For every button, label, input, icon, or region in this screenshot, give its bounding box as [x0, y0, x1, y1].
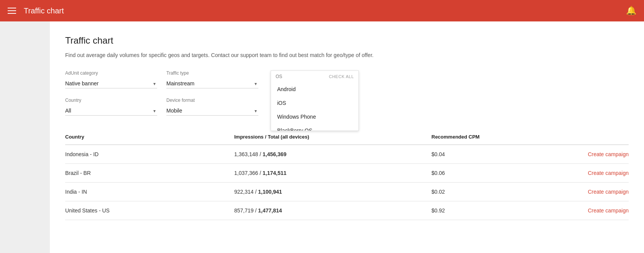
page-title: Traffic chart	[65, 35, 629, 46]
cell-country: India - IN	[65, 183, 234, 201]
country-select-wrapper: All Indonesia - ID Brazil - BR India - I…	[65, 106, 157, 116]
traffic-type-field: Traffic type Mainstream Adult	[166, 70, 258, 88]
device-format-field: Device format Mobile Desktop Tablet	[166, 98, 258, 116]
traffic-type-select-wrapper: Mainstream Adult	[166, 79, 258, 88]
traffic-type-select[interactable]: Mainstream Adult	[166, 79, 258, 88]
cell-impressions: 1,363,148 / 1,456,369	[234, 145, 432, 164]
os-check-all[interactable]: CHECK ALL	[329, 74, 354, 79]
col-header-country: Country	[65, 131, 234, 145]
adunit-category-field: AdUnit category Native banner Banner Int…	[65, 70, 157, 88]
os-item-android[interactable]: Android	[271, 82, 358, 96]
country-label: Country	[65, 98, 157, 103]
table-row: United States - US 857,719 / 1,477,814 $…	[65, 201, 629, 220]
cell-action: Create campaign	[544, 145, 629, 164]
os-label: OS	[276, 74, 282, 79]
table-row: Indonesia - ID 1,363,148 / 1,456,369 $0.…	[65, 145, 629, 164]
device-format-label: Device format	[166, 98, 258, 103]
table-row: India - IN 922,314 / 1,100,941 $0.02 Cre…	[65, 183, 629, 201]
os-panel: OS CHECK ALL Android iOS Windows Phone B…	[271, 70, 359, 131]
adunit-category-select-wrapper: Native banner Banner Interstitial Video	[65, 79, 157, 88]
cell-impressions: 1,037,366 / 1,174,511	[234, 164, 432, 183]
create-campaign-link[interactable]: Create campaign	[588, 170, 629, 176]
cell-cpm: $0.06	[432, 164, 544, 183]
os-item-windows-phone[interactable]: Windows Phone	[271, 110, 358, 124]
device-format-select-wrapper: Mobile Desktop Tablet	[166, 106, 258, 116]
filter-group-middle: Traffic type Mainstream Adult Device for…	[166, 70, 258, 116]
cell-country: Indonesia - ID	[65, 145, 234, 164]
table-body: Indonesia - ID 1,363,148 / 1,456,369 $0.…	[65, 145, 629, 220]
cell-cpm: $0.04	[432, 145, 544, 164]
traffic-type-label: Traffic type	[166, 70, 258, 76]
cell-impressions: 922,314 / 1,100,941	[234, 183, 432, 201]
col-header-action	[544, 131, 629, 145]
os-list: Android iOS Windows Phone BlackBerry OS	[271, 81, 358, 131]
cell-cpm: $0.92	[432, 201, 544, 220]
col-header-impressions: Impressions / Total (all devices)	[234, 131, 432, 145]
traffic-table: Country Impressions / Total (all devices…	[65, 131, 629, 220]
cell-country: Brazil - BR	[65, 164, 234, 183]
country-field: Country All Indonesia - ID Brazil - BR I…	[65, 98, 157, 116]
table-header-row: Country Impressions / Total (all devices…	[65, 131, 629, 145]
cell-action: Create campaign	[544, 183, 629, 201]
table-row: Brazil - BR 1,037,366 / 1,174,511 $0.06 …	[65, 164, 629, 183]
sidebar	[0, 21, 50, 253]
cell-action: Create campaign	[544, 164, 629, 183]
adunit-category-label: AdUnit category	[65, 70, 157, 76]
topbar-title: Traffic chart	[24, 7, 626, 15]
table-section: Country Impressions / Total (all devices…	[65, 131, 629, 220]
create-campaign-link[interactable]: Create campaign	[588, 207, 629, 214]
os-item-ios[interactable]: iOS	[271, 96, 358, 110]
page-description: Find out average daily volumes for speci…	[65, 52, 629, 58]
os-header: OS CHECK ALL	[271, 71, 358, 81]
filter-group-left: AdUnit category Native banner Banner Int…	[65, 70, 157, 116]
topbar: Traffic chart 🔔	[0, 0, 644, 21]
create-campaign-link[interactable]: Create campaign	[588, 189, 629, 195]
country-select[interactable]: All Indonesia - ID Brazil - BR India - I…	[65, 106, 157, 116]
create-campaign-link[interactable]: Create campaign	[588, 151, 629, 157]
device-format-select[interactable]: Mobile Desktop Tablet	[166, 106, 258, 116]
cell-action: Create campaign	[544, 201, 629, 220]
os-item-blackberry[interactable]: BlackBerry OS	[271, 124, 358, 131]
filter-area: AdUnit category Native banner Banner Int…	[65, 70, 629, 131]
bell-icon[interactable]: 🔔	[626, 6, 636, 16]
menu-icon[interactable]	[8, 8, 16, 14]
col-header-cpm: Recommended CPM	[432, 131, 544, 145]
main-content: Traffic chart Find out average daily vol…	[50, 21, 644, 253]
cell-impressions: 857,719 / 1,477,814	[234, 201, 432, 220]
cell-country: United States - US	[65, 201, 234, 220]
adunit-category-select[interactable]: Native banner Banner Interstitial Video	[65, 79, 157, 88]
cell-cpm: $0.02	[432, 183, 544, 201]
